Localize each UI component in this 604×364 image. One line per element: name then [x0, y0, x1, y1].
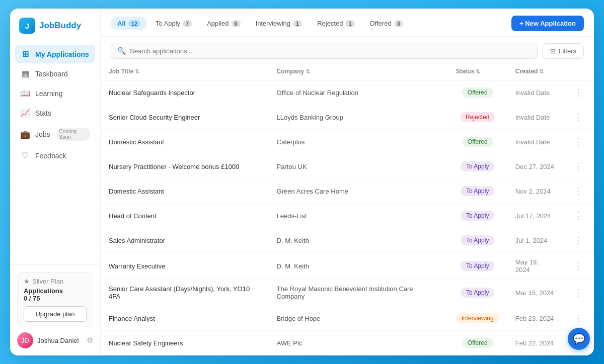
created-cell: Jul 17, 2024 — [507, 204, 563, 228]
user-name: Joshua Daniel — [37, 337, 83, 344]
plan-apps-value: 0 / 75 — [24, 295, 40, 302]
plan-title: ★ Silver Plan — [24, 278, 87, 285]
sidebar-item-feedback[interactable]: ♡ Feedback — [15, 146, 95, 165]
nav-icon-my-applications: ⊞ — [20, 49, 30, 59]
nav-label-taskboard: Taskboard — [35, 70, 68, 78]
sidebar-item-jobs[interactable]: 💼 Jobs Coming Soon — [15, 123, 95, 145]
nav-icon-feedback: ♡ — [20, 151, 30, 160]
job-title-cell: Domestic Assistant — [101, 130, 269, 154]
sort-icon: ⇅ — [135, 68, 139, 74]
logo-prefix: Job — [39, 21, 54, 30]
created-cell: Invalid Date — [507, 80, 563, 105]
plan-name: Silver Plan — [32, 278, 63, 285]
status-badge: To Apply — [461, 261, 494, 271]
status-badge: To Apply — [461, 211, 494, 221]
company-cell: Office of Nuclear Regulation — [269, 80, 448, 105]
tab-all[interactable]: All 12 — [111, 17, 147, 30]
plan-star-icon: ★ — [24, 278, 30, 285]
tabs-bar: All 12To Apply 7Applied 0Interviewing 1R… — [101, 9, 594, 37]
logo-icon: J — [19, 18, 35, 34]
sidebar-item-my-applications[interactable]: ⊞ My Applications — [15, 45, 95, 63]
tab-interviewing[interactable]: Interviewing 1 — [249, 17, 309, 30]
gear-icon[interactable]: ⚙ — [87, 336, 93, 345]
row-action-menu-4[interactable]: ⋮ — [571, 185, 586, 198]
app-container: J JobBuddy ⊞ My Applications ▦ Taskboard… — [10, 9, 594, 355]
created-cell: Dec 27, 2024 — [507, 154, 563, 179]
sidebar-item-taskboard[interactable]: ▦ Taskboard — [15, 64, 95, 83]
nav-label-my-applications: My Applications — [35, 50, 89, 58]
created-cell: Feb 22, 2024 — [507, 331, 563, 355]
row-action-menu-8[interactable]: ⋮ — [571, 286, 586, 299]
search-input[interactable] — [130, 47, 531, 55]
company-cell: Green Acres Care Home — [269, 179, 448, 204]
tab-to-apply[interactable]: To Apply 7 — [149, 17, 198, 30]
row-action-menu-7[interactable]: ⋮ — [571, 259, 586, 272]
table-header: Job Title⇅Company⇅Status⇅Created⇅ — [101, 63, 594, 80]
table-row: Sales Administrator D. M. Keith To Apply… — [101, 228, 594, 253]
created-cell: Nov 2, 2024 — [507, 179, 563, 204]
nav-label-stats: Stats — [35, 109, 51, 117]
created-cell: Mar 15, 2024 — [507, 280, 563, 306]
job-title-cell: Domestic Assistant — [101, 179, 269, 204]
th-job-title[interactable]: Job Title⇅ — [101, 63, 269, 80]
sidebar-item-stats[interactable]: 📈 Stats — [15, 104, 95, 122]
action-cell: ⋮ — [563, 253, 594, 280]
nav-label-learning: Learning — [35, 89, 63, 98]
row-action-menu-1[interactable]: ⋮ — [571, 111, 586, 124]
user-row: JD Joshua Daniel ⚙ — [17, 332, 93, 348]
th-status[interactable]: Status⇅ — [448, 63, 507, 80]
coming-soon-badge: Coming Soon — [56, 128, 90, 141]
job-title-cell: Senior Cloud Security Engineer — [101, 105, 269, 130]
filter-icon: ⊟ — [550, 47, 556, 55]
action-cell: ⋮ — [563, 228, 594, 253]
plan-box: ★ Silver Plan Applications 0 / 75 Upgrad… — [17, 272, 93, 327]
status-badge: Interviewing — [456, 313, 499, 323]
created-cell: Jul 1, 2024 — [507, 228, 563, 253]
job-title-cell: Nuclear Safety Engineers — [101, 331, 269, 355]
status-cell: To Apply — [448, 204, 507, 228]
table-row: Senior Cloud Security Engineer LLoyds Ba… — [101, 105, 594, 130]
row-action-menu-2[interactable]: ⋮ — [571, 135, 586, 148]
action-cell: ⋮ — [563, 80, 594, 105]
created-cell: Invalid Date — [507, 105, 563, 130]
row-action-menu-6[interactable]: ⋮ — [571, 234, 586, 247]
table-row: Domestic Assistant Green Acres Care Home… — [101, 179, 594, 204]
th-company[interactable]: Company⇅ — [269, 63, 448, 80]
new-application-button[interactable]: + New Application — [511, 16, 584, 31]
status-cell: Rejected — [448, 105, 507, 130]
plan-apps-label: Applications — [24, 287, 63, 295]
tab-count-interviewing: 1 — [293, 20, 302, 27]
sort-icon: ⇅ — [539, 68, 544, 74]
row-action-menu-5[interactable]: ⋮ — [571, 209, 586, 222]
tab-applied[interactable]: Applied 0 — [200, 17, 247, 30]
status-cell: To Apply — [448, 280, 507, 306]
company-cell: Caterplus — [269, 130, 448, 154]
chat-fab-button[interactable]: 💬 — [568, 328, 590, 350]
row-action-menu-0[interactable]: ⋮ — [571, 86, 586, 99]
row-action-menu-3[interactable]: ⋮ — [571, 160, 586, 173]
action-cell: ⋮ — [563, 355, 594, 356]
status-cell: To Apply — [448, 228, 507, 253]
search-box: 🔍 — [111, 43, 538, 59]
filter-button[interactable]: ⊟ Filters — [543, 43, 584, 59]
nav-icon-jobs: 💼 — [20, 130, 30, 139]
sidebar-item-learning[interactable]: 📖 Learning — [15, 84, 95, 103]
filter-label: Filters — [559, 47, 576, 55]
upgrade-button[interactable]: Upgrade plan — [24, 306, 87, 322]
th-created[interactable]: Created⇅ — [507, 63, 563, 80]
search-filter-row: 🔍 ⊟ Filters — [101, 37, 594, 63]
status-cell: Offered — [448, 331, 507, 355]
table-row: Head of Content Leeds-List To Apply Jul … — [101, 204, 594, 228]
tab-count-to-apply: 7 — [183, 20, 192, 27]
applications-table-container: Job Title⇅Company⇅Status⇅Created⇅ Nuclea… — [101, 63, 594, 355]
table-row: Domestic Assistant Caterplus Offered Inv… — [101, 130, 594, 154]
tab-offered[interactable]: Offered 3 — [363, 17, 410, 30]
action-cell: ⋮ — [563, 130, 594, 154]
main-content: All 12To Apply 7Applied 0Interviewing 1R… — [101, 9, 594, 355]
created-cell: May 19, 2024 — [507, 253, 563, 280]
action-cell: ⋮ — [563, 306, 594, 331]
status-cell: Offered — [448, 80, 507, 105]
row-action-menu-9[interactable]: ⋮ — [571, 312, 586, 325]
tab-rejected[interactable]: Rejected 1 — [311, 17, 361, 30]
table-row: Nuclear Safety Engineers AWE Plc Offered… — [101, 331, 594, 355]
